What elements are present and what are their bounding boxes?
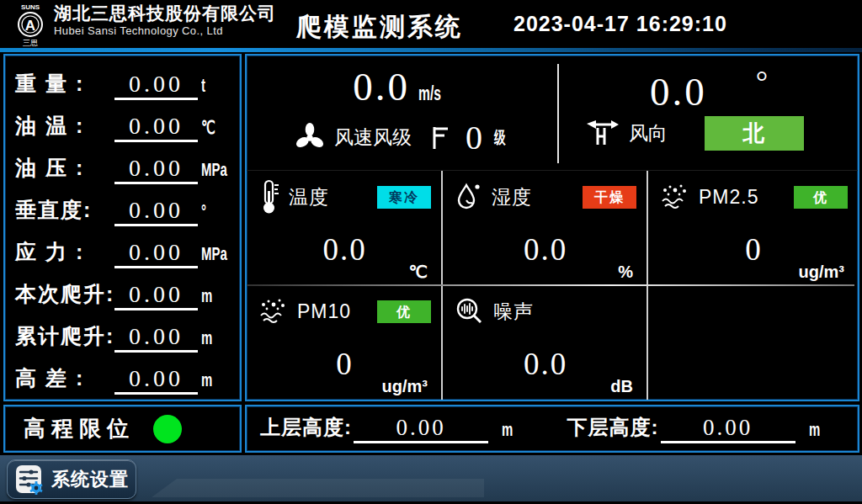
upper-height-group: 上层高度: 0.00 m	[260, 414, 519, 443]
environment-panel: 0.0m/s 风速风级	[245, 54, 859, 401]
metric-label: 累计爬升:	[15, 322, 111, 353]
datetime-display: 2023-04-17 16:29:10	[513, 12, 727, 36]
sensor-cell-noise: 噪声 0.0 dB	[443, 285, 648, 400]
wind-direction-button[interactable]: 北	[705, 116, 804, 151]
metric-row-height-diff: 高 差 : 0.00 m	[15, 355, 231, 395]
sensor-grid: 温度 寒冷 0.0 ℃ 湿度 干燥 0.0 %	[247, 171, 858, 400]
wind-divider	[557, 64, 559, 163]
noise-meter-icon	[455, 296, 485, 326]
fan-icon	[294, 122, 326, 154]
metric-value: 0.00	[114, 323, 198, 353]
metric-row-oil-temp: 油 温 : 0.00 ℃	[15, 103, 231, 142]
metric-row-oil-pressure: 油 压 : 0.00 MPa	[15, 145, 231, 184]
sensor-unit: ug/m³	[799, 263, 844, 282]
metric-row-weight: 重 量 : 0.00 t	[15, 61, 231, 100]
logo-sansi-text: 三思	[23, 39, 38, 47]
humidity-status-badge: 干燥	[583, 186, 636, 209]
wind-speed-block: 0.0m/s 风速风级	[247, 56, 558, 170]
sensor-name: 噪声	[493, 299, 534, 325]
metric-row-total-climb: 累计爬升: 0.00 m	[15, 313, 231, 353]
metric-value: 0.00	[114, 365, 198, 395]
lower-height-label: 下层高度:	[567, 414, 659, 443]
footer-bar: 系统设置	[0, 455, 862, 504]
metric-unit: MPa	[201, 159, 227, 181]
metrics-panel: 重 量 : 0.00 t 油 温 : 0.00 ℃ 油 压 : 0.00 MPa…	[3, 54, 242, 401]
wind-direction-value: 0.0	[650, 70, 707, 114]
metric-label: 重 量 :	[15, 70, 111, 100]
metric-unit: MPa	[201, 243, 227, 265]
sensor-cell-temperature: 温度 寒冷 0.0 ℃	[247, 171, 443, 285]
lower-height-value: 0.00	[661, 415, 795, 443]
sensor-value: 0.0	[455, 346, 636, 382]
metric-label: 应 力 :	[15, 238, 111, 268]
sensor-unit: %	[618, 263, 633, 282]
metric-unit: m	[201, 327, 212, 349]
sensor-unit: ug/m³	[382, 377, 428, 396]
heights-panel: 上层高度: 0.00 m 下层高度: 0.00 m	[245, 405, 859, 453]
system-settings-button[interactable]: 系统设置	[7, 459, 136, 499]
sensor-unit: ℃	[409, 262, 428, 282]
droplet-icon	[455, 180, 483, 214]
sensor-name: PM2.5	[699, 186, 758, 209]
sensor-cell-pm10: PM10 优 0 ug/m³	[247, 285, 443, 400]
wind-section: 0.0m/s 风速风级	[247, 56, 858, 171]
upper-height-unit: m	[502, 419, 513, 441]
metric-row-stress: 应 力 : 0.00 MPa	[15, 229, 231, 268]
company-name-cn: 湖北三思科技股份有限公司	[54, 4, 276, 23]
wind-direction-label: 风向	[629, 120, 668, 146]
metric-value: 0.00	[114, 155, 198, 184]
wind-speed-label: 风速风级	[334, 125, 412, 151]
metric-value: 0.00	[114, 239, 198, 268]
metric-value: 0.00	[114, 197, 198, 226]
grid-row-divider	[247, 284, 854, 286]
metric-unit: °	[201, 201, 206, 223]
settings-button-label: 系统设置	[51, 467, 129, 492]
wind-vane-icon	[585, 119, 620, 148]
footer-decoration	[152, 479, 484, 497]
metric-label: 油 温 :	[15, 112, 111, 142]
wind-level-value: 0	[466, 118, 482, 157]
settings-sliders-gear-icon	[14, 464, 45, 495]
metric-unit: ℃	[201, 117, 216, 139]
thermometer-icon	[258, 179, 280, 215]
sensor-name: PM10	[297, 300, 351, 323]
sensor-name: 湿度	[492, 184, 532, 210]
wind-direction-unit: °	[756, 65, 768, 98]
logo-suns-text: SUNS	[21, 3, 40, 11]
header-divider	[0, 48, 862, 52]
metric-value: 0.00	[114, 113, 198, 142]
elevation-status-indicator	[153, 415, 182, 443]
pm25-status-badge: 优	[794, 186, 848, 209]
elevation-limit-label: 高程限位	[24, 414, 135, 443]
metric-row-verticality: 垂直度: 0.00 °	[15, 187, 231, 226]
elevation-limit-panel: 高程限位	[3, 405, 242, 453]
wind-level-flag-icon	[430, 125, 450, 151]
company-logo-icon: SUNS A 三思	[10, 2, 51, 47]
temperature-status-badge: 寒冷	[377, 186, 431, 209]
sensor-unit: dB	[610, 377, 633, 396]
metric-value: 0.00	[114, 71, 198, 100]
metric-unit: m	[201, 369, 212, 391]
company-name-en: Hubei Sansi Technology Co., Ltd	[54, 25, 276, 37]
metric-unit: t	[201, 75, 205, 97]
lower-height-unit: m	[809, 419, 820, 441]
wind-speed-unit: m/s	[418, 82, 441, 105]
metric-label: 高 差 :	[15, 364, 111, 395]
sensor-name: 温度	[289, 184, 329, 210]
header: SUNS A 三思 湖北三思科技股份有限公司 Hubei Sansi Techn…	[0, 0, 862, 48]
pm10-status-badge: 优	[377, 300, 431, 323]
wind-speed-value: 0.0	[353, 65, 410, 109]
wind-level-unit: 级	[494, 126, 506, 149]
metric-row-current-climb: 本次爬升: 0.00 m	[15, 271, 231, 310]
metric-unit: m	[201, 285, 212, 307]
sensor-value: 0.0	[258, 231, 431, 268]
metric-label: 本次爬升:	[15, 280, 111, 310]
lower-height-group: 下层高度: 0.00 m	[567, 414, 826, 443]
page-title: 爬模监测系统	[296, 10, 463, 45]
metric-value: 0.00	[114, 281, 198, 310]
dust-particles-icon	[660, 183, 690, 211]
dust-particles-icon	[258, 297, 289, 326]
upper-height-value: 0.00	[354, 415, 488, 443]
metric-label: 油 压 :	[15, 154, 111, 184]
sensor-cell-empty	[648, 285, 858, 400]
